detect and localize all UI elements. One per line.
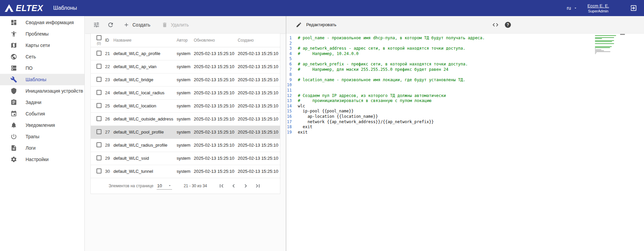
create-button[interactable]: Создать bbox=[119, 19, 155, 31]
next-page-button[interactable] bbox=[241, 182, 250, 190]
table-row[interactable]: 27 default_WLC_pool_profile system 2025-… bbox=[91, 126, 280, 139]
row-checkbox[interactable] bbox=[96, 77, 102, 82]
code-line: 2 bbox=[286, 41, 644, 46]
table-row[interactable]: 21 default_WLC_ap_profile system 2025-02… bbox=[91, 47, 280, 60]
minimap-line bbox=[595, 52, 597, 53]
user-name: Eccm E. E. bbox=[588, 3, 609, 8]
cell-created: 2025-02-13 15:25:10 bbox=[236, 139, 280, 152]
code-line: 15 ip-pool {{pool_name}} bbox=[286, 109, 644, 114]
edit-button[interactable]: Редактировать bbox=[296, 22, 336, 28]
row-checkbox[interactable] bbox=[96, 168, 102, 173]
sidebar-item-label: ПО bbox=[26, 65, 33, 71]
cell-name: default_WLC_location bbox=[112, 99, 175, 112]
editor-toolbar-icons: ? bbox=[492, 16, 511, 34]
table-row[interactable]: 29 default_WLC_ssid system 2025-02-13 15… bbox=[91, 152, 280, 165]
table-row[interactable]: 23 default_WLC_bridge system 2025-02-13 … bbox=[91, 73, 280, 86]
code-view-icon[interactable] bbox=[492, 21, 499, 28]
row-checkbox[interactable] bbox=[96, 90, 102, 95]
row-checkbox[interactable] bbox=[96, 142, 102, 147]
line-number: 4 bbox=[286, 51, 298, 57]
sidebar-item-device-init[interactable]: Инициализация устройств bbox=[0, 85, 84, 97]
sidebar-item-label: Уведомления bbox=[26, 122, 55, 128]
select-all-checkbox[interactable] bbox=[96, 35, 102, 40]
sidebar-item-network[interactable]: Сеть bbox=[0, 51, 84, 62]
cell-author: system bbox=[175, 126, 192, 139]
chevron-down-icon bbox=[573, 6, 577, 10]
row-checkbox[interactable] bbox=[96, 103, 102, 108]
sidebar-item-templates[interactable]: Шаблоны bbox=[0, 74, 84, 85]
editor-minimap[interactable] bbox=[595, 35, 618, 54]
code-line: 3 # ap_network_address - адрес сети, в к… bbox=[286, 46, 644, 51]
cell-id: 26 bbox=[104, 112, 112, 126]
row-checkbox[interactable] bbox=[96, 116, 102, 121]
line-number: 3 bbox=[286, 46, 298, 51]
sidebar-item-tasks[interactable]: Задачи bbox=[0, 97, 84, 108]
sidebar-item-label: Шаблоны bbox=[26, 77, 46, 82]
first-page-button[interactable] bbox=[217, 182, 226, 190]
cell-author: system bbox=[175, 99, 192, 112]
list-toolbar: Создать Удалить bbox=[85, 16, 286, 34]
wrench-icon bbox=[10, 76, 17, 83]
cell-author: system bbox=[175, 47, 192, 60]
cell-updated: 2025-02-13 15:25:10 bbox=[192, 73, 236, 86]
dashboard-icon bbox=[10, 19, 17, 26]
sidebar-item-label: Инициализация устройств bbox=[26, 88, 83, 94]
user-menu[interactable]: Eccm E. E. SuperAdmin bbox=[588, 3, 609, 13]
line-number: 1 bbox=[286, 36, 298, 41]
code-line: 14 wlc bbox=[286, 104, 644, 109]
sidebar-item-settings[interactable]: Настройки bbox=[0, 154, 84, 165]
eltex-logo[interactable]: ELTEX bbox=[4, 3, 43, 13]
line-number: 8 bbox=[286, 72, 298, 78]
sidebar-item-label: Карты сети bbox=[26, 43, 50, 48]
table-row[interactable]: 25 default_WLC_location system 2025-02-1… bbox=[91, 99, 280, 112]
app-header: ELTEX Шаблоны ru Eccm E. E. SuperAdmin bbox=[0, 0, 644, 16]
cell-author: system bbox=[175, 86, 192, 99]
cell-updated: 2025-02-13 15:25:10 bbox=[192, 47, 236, 60]
table-row[interactable]: 22 default_WLC_ap_vlan system 2025-02-13… bbox=[91, 60, 280, 73]
row-checkbox[interactable] bbox=[96, 51, 102, 56]
row-checkbox[interactable] bbox=[96, 155, 102, 160]
last-page-button[interactable] bbox=[253, 182, 262, 190]
cell-name: default_WLC_ap_profile bbox=[112, 47, 175, 60]
scrollbar-thumb[interactable] bbox=[620, 34, 625, 35]
sidebar-item-software[interactable]: ПО bbox=[0, 62, 84, 74]
minimap-line bbox=[595, 40, 614, 41]
code-line: 16 ap-location {{location_name}} bbox=[286, 114, 644, 119]
line-number: 12 bbox=[286, 93, 298, 99]
sidebar-item-problems[interactable]: Проблемы bbox=[0, 28, 84, 40]
line-number: 13 bbox=[286, 98, 298, 104]
minimap-line bbox=[595, 51, 610, 52]
minimap-line bbox=[595, 38, 602, 39]
plus-icon bbox=[123, 22, 129, 28]
row-checkbox[interactable] bbox=[96, 129, 102, 134]
column-header-name: Название bbox=[112, 34, 175, 47]
cell-name: default_WLC_local_radius bbox=[112, 86, 175, 99]
delete-button[interactable]: Удалить bbox=[157, 19, 193, 31]
row-checkbox[interactable] bbox=[96, 64, 102, 69]
code-editor[interactable]: 1 # pool_name - произвольное имя dhcp-пу… bbox=[286, 34, 644, 251]
help-icon[interactable]: ? bbox=[505, 22, 511, 28]
sidebar-item-events[interactable]: События bbox=[0, 108, 84, 119]
per-page-select[interactable]: 10 bbox=[157, 182, 172, 190]
sidebar-item-summary[interactable]: Сводная информация bbox=[0, 17, 84, 28]
table-row[interactable]: 24 default_WLC_local_radius system 2025-… bbox=[91, 86, 280, 99]
code-line: 10 bbox=[286, 83, 644, 88]
minimap-line bbox=[595, 41, 612, 42]
sidebar-item-label: Проблемы bbox=[26, 31, 49, 37]
cell-updated: 2025-02-13 15:25:10 bbox=[192, 112, 236, 126]
cell-id: 29 bbox=[104, 152, 112, 165]
refresh-icon[interactable] bbox=[105, 19, 117, 31]
minimap-line bbox=[595, 46, 612, 47]
cell-name: default_WLC_outside_address bbox=[112, 112, 175, 126]
prev-page-button[interactable] bbox=[229, 182, 238, 190]
table-row[interactable]: 26 default_WLC_outside_address system 20… bbox=[91, 112, 280, 126]
sidebar-item-network-maps[interactable]: Карты сети bbox=[0, 40, 84, 51]
sidebar-item-logs[interactable]: Логи bbox=[0, 142, 84, 154]
table-row[interactable]: 30 default_WLC_tunnel system 2025-02-13 … bbox=[91, 165, 280, 178]
sidebar-item-traps[interactable]: Трапы bbox=[0, 131, 84, 142]
table-row[interactable]: 28 default_WLC_radius_profile system 202… bbox=[91, 139, 280, 152]
logout-icon[interactable] bbox=[630, 4, 637, 12]
filter-icon[interactable] bbox=[90, 19, 103, 31]
language-selector[interactable]: ru bbox=[567, 5, 577, 11]
sidebar-item-notifications[interactable]: Уведомления bbox=[0, 119, 84, 131]
